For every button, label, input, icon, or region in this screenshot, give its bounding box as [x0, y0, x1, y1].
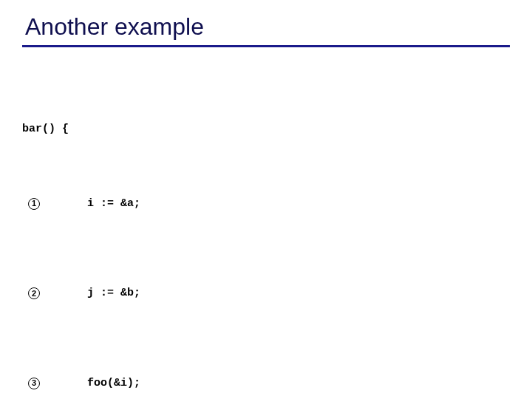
title-rule — [22, 45, 510, 47]
code-block: bar() { 1i := &a; 2j := &b; 3foo(&i); 4f… — [22, 92, 510, 399]
code-line: 3foo(&i); — [22, 361, 510, 400]
slide: Another example bar() { 1i := &a; 2j := … — [0, 0, 532, 399]
step-marker-2: 2 — [28, 287, 40, 299]
code-text: i := &a; — [87, 197, 140, 210]
slide-title: Another example — [25, 13, 510, 41]
step-marker-3: 3 — [28, 378, 40, 389]
code-line: 1i := &a; — [22, 182, 510, 227]
step-marker-1: 1 — [28, 198, 40, 210]
code-line: bar() { — [22, 122, 510, 137]
code-text: foo(&i); — [87, 377, 140, 389]
code-text: j := &b; — [87, 287, 140, 299]
code-line: 2j := &b; — [22, 271, 510, 316]
